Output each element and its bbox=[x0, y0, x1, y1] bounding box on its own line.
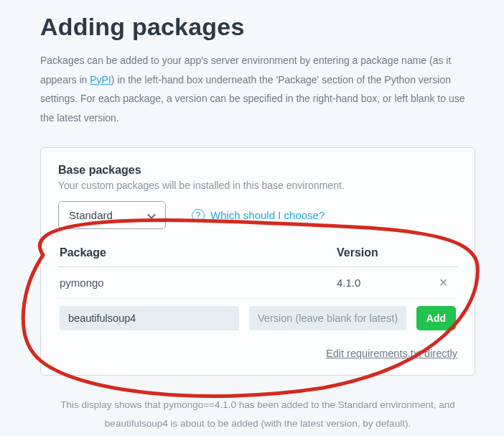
remove-package-button[interactable]: ✕ bbox=[430, 276, 456, 289]
close-icon: ✕ bbox=[439, 277, 448, 289]
packages-table-header: Package Version bbox=[58, 242, 457, 267]
base-packages-panel: Base packages Your custom packages will … bbox=[40, 147, 475, 376]
help-link-label: Which should I choose? bbox=[210, 209, 325, 221]
base-environment-dropdown[interactable]: Standard bbox=[58, 201, 166, 229]
chevron-down-icon bbox=[146, 211, 155, 220]
pypi-link[interactable]: PyPI bbox=[90, 74, 111, 85]
dropdown-selected-label: Standard bbox=[69, 209, 113, 221]
help-icon: ? bbox=[192, 209, 205, 222]
figure-caption: This display shows that pymongo==4.1.0 h… bbox=[40, 396, 475, 432]
package-version-cell: 4.1.0 bbox=[337, 277, 430, 289]
add-button[interactable]: Add bbox=[416, 306, 456, 330]
base-packages-heading: Base packages bbox=[58, 164, 457, 177]
base-packages-subtitle: Your custom packages will be installed i… bbox=[58, 180, 457, 191]
table-row: pymongo 4.1.0 ✕ bbox=[58, 267, 457, 299]
add-package-row: Add bbox=[58, 299, 457, 333]
intro-paragraph: Packages can be added to your app's serv… bbox=[40, 51, 475, 127]
package-version-input[interactable] bbox=[249, 306, 406, 330]
column-package: Package bbox=[60, 246, 337, 259]
which-should-i-choose-link[interactable]: ? Which should I choose? bbox=[192, 209, 325, 222]
edit-requirements-link[interactable]: Edit requirements.txt directly bbox=[326, 348, 457, 359]
page-title: Adding packages bbox=[40, 13, 475, 41]
package-name-input[interactable] bbox=[60, 306, 239, 330]
package-name-cell: pymongo bbox=[60, 277, 337, 289]
caption-line-1: This display shows that pymongo==4.1.0 h… bbox=[60, 399, 454, 410]
column-version: Version bbox=[337, 246, 430, 259]
caption-line-2: beautifulsoup4 is about to be added (wit… bbox=[105, 418, 411, 429]
